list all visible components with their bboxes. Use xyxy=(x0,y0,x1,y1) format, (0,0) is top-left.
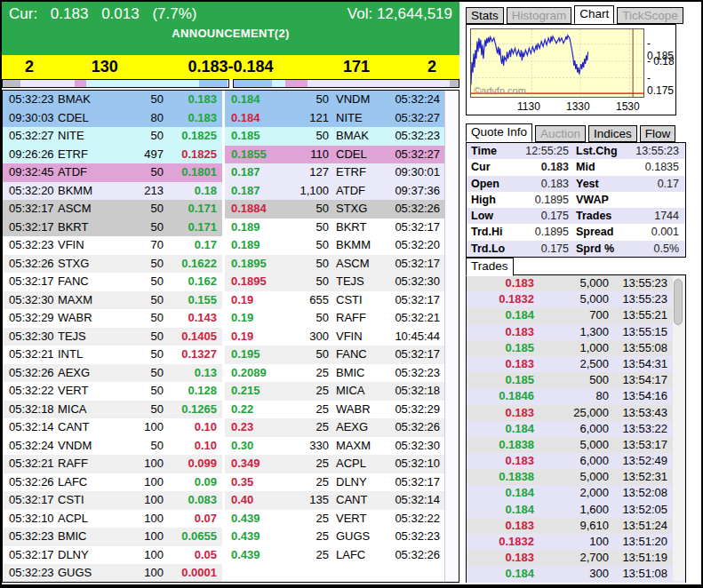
ask-row[interactable]: 0.1950RAFF05:32:21 xyxy=(225,309,444,328)
ask-row[interactable]: 0.19300VFIN10:45:44 xyxy=(225,328,444,346)
bid-row[interactable]: 09:26:26ETRF4970.1825 xyxy=(3,146,222,164)
trade-row[interactable]: 0.18325,00013:53:43 xyxy=(467,405,685,421)
bid-row[interactable]: 05:32:23BMAK500.183 xyxy=(3,91,222,109)
depth-segment xyxy=(308,80,450,87)
bid-row[interactable]: 05:32:23GUGS1000.0001 xyxy=(3,564,222,582)
ask-row[interactable]: 0.2225WABR05:32:29 xyxy=(225,401,444,419)
bid-mm-id: CSTI xyxy=(58,491,113,510)
bid-row[interactable]: 05:32:27NITE500.1825 xyxy=(3,127,222,146)
price-change-pct: (7.7%) xyxy=(152,5,196,22)
bid-row[interactable]: 05:32:17BKRT500.171 xyxy=(3,219,222,237)
tab-flow[interactable]: Flow xyxy=(640,125,676,142)
ask-row[interactable]: 0.184121NITE05:32:27 xyxy=(225,109,444,128)
ask-row[interactable]: 0.3525DLNY05:32:17 xyxy=(225,473,444,492)
trade-row[interactable]: 0.1851,00013:55:08 xyxy=(467,340,685,356)
book-scrollbar[interactable] xyxy=(444,91,458,582)
trades-scrollbar-thumb[interactable] xyxy=(674,279,683,325)
ask-row[interactable]: 0.43925VERT05:32:22 xyxy=(225,510,444,528)
trade-row[interactable]: 0.18550013:54:17 xyxy=(467,372,685,388)
ask-row[interactable]: 0.18550BMAK05:32:23 xyxy=(225,127,444,146)
bid-row[interactable]: 05:32:30MAXM500.155 xyxy=(3,291,222,310)
trade-row[interactable]: 0.18325,00013:55:23 xyxy=(467,291,685,307)
ask-row[interactable]: 0.18950BKMM05:32:20 xyxy=(225,236,444,255)
trade-size: 6,000 xyxy=(534,421,609,437)
quote-value xyxy=(631,192,681,208)
bid-mm-id: NITE xyxy=(58,127,113,146)
ask-row[interactable]: 0.19655CSTI05:32:17 xyxy=(225,291,444,310)
trade-row[interactable]: 0.18470013:55:21 xyxy=(467,307,685,323)
ask-row[interactable]: 0.189550TEJS05:32:30 xyxy=(225,273,444,291)
ask-row[interactable]: 0.18450VNDM05:32:24 xyxy=(225,91,444,109)
bid-size: 50 xyxy=(113,273,164,291)
bid-row[interactable]: 05:32:20BKMM2130.18 xyxy=(3,182,222,201)
ask-time: 05:32:10 xyxy=(382,455,444,473)
ask-row[interactable]: 0.40135CANT05:32:14 xyxy=(225,491,444,510)
ask-row[interactable]: 0.30330MAXM05:32:30 xyxy=(225,437,444,456)
ask-row[interactable]: 0.1871,100ATDF09:37:36 xyxy=(225,182,444,201)
ask-row[interactable]: 0.43925LAFC05:32:26 xyxy=(225,546,444,565)
ask-row[interactable]: 0.21525MICA05:32:18 xyxy=(225,382,444,401)
ask-row[interactable]: 0.34925ACPL05:32:10 xyxy=(225,455,444,473)
ask-row[interactable]: 0.43925GUGS05:32:23 xyxy=(225,528,444,546)
trade-row[interactable]: 0.1832,70013:51:19 xyxy=(467,550,685,566)
bid-row[interactable]: 05:32:18MICA500.1265 xyxy=(3,401,222,419)
bid-row[interactable]: 05:32:30TEJS500.1405 xyxy=(3,328,222,346)
ask-row[interactable]: 0.2325AEXG05:32:26 xyxy=(225,418,444,437)
ask-mm-id: NITE xyxy=(329,109,382,128)
ask-row[interactable]: 0.189550ASCM05:32:17 xyxy=(225,255,444,274)
ask-row[interactable]: 0.187127ETRF09:30:01 xyxy=(225,163,444,182)
trade-row[interactable]: 0.18468013:54:16 xyxy=(467,388,685,404)
trade-row[interactable]: 0.1842,00013:52:08 xyxy=(467,485,685,501)
tab-indices[interactable]: Indices xyxy=(588,125,637,142)
trade-row[interactable]: 0.1836,00013:52:49 xyxy=(467,453,685,469)
tab-stats[interactable]: Stats xyxy=(466,7,504,24)
bid-price: 0.083 xyxy=(164,491,222,510)
trade-time: 13:55:23 xyxy=(609,291,667,307)
ask-row[interactable]: 0.18950BKRT05:32:17 xyxy=(225,219,444,237)
bid-row[interactable]: 09:30:03CDEL800.183 xyxy=(3,109,222,128)
trade-row[interactable]: 0.1846,00013:53:22 xyxy=(467,421,685,437)
bid-row[interactable]: 05:32:17DLNY1000.05 xyxy=(3,546,222,565)
bid-row[interactable]: 05:32:22VERT500.128 xyxy=(3,382,222,401)
bid-row[interactable]: 05:32:10ACPL1000.07 xyxy=(3,510,222,528)
trade-row[interactable]: 0.1832,50013:54:31 xyxy=(467,356,685,372)
trades-scrollbar[interactable] xyxy=(673,276,684,581)
tab-chart[interactable]: Chart xyxy=(574,5,614,24)
trade-row[interactable]: 0.1839,61013:51:24 xyxy=(467,518,685,534)
bid-row[interactable]: 05:32:21INTL500.1327 xyxy=(3,346,222,364)
ask-price: 0.1895 xyxy=(225,273,282,291)
trade-size: 500 xyxy=(534,372,609,388)
trade-row[interactable]: 0.1835,00013:55:23 xyxy=(467,275,685,291)
bid-row[interactable]: 05:32:29WABR500.143 xyxy=(3,309,222,328)
trade-row[interactable]: 0.18385,00013:53:17 xyxy=(467,437,685,453)
trade-row[interactable]: 0.1831,30013:55:15 xyxy=(467,324,685,340)
ask-row[interactable]: 0.1855110CDEL05:32:27 xyxy=(225,146,444,164)
bid-row[interactable]: 05:32:23VFIN700.17 xyxy=(3,236,222,255)
bid-mm-id: FANC xyxy=(58,273,113,291)
bid-row[interactable]: 05:32:17FANC500.162 xyxy=(3,273,222,291)
tab-trades[interactable]: Trades xyxy=(466,258,514,276)
trade-row[interactable]: 0.18385,00013:52:31 xyxy=(467,469,685,485)
bid-row[interactable]: 05:32:23BMIC1000.0655 xyxy=(3,528,222,546)
tab-quote-info[interactable]: Quote Info xyxy=(466,123,532,142)
bid-row[interactable]: 05:32:21RAFF1000.099 xyxy=(3,455,222,473)
ask-time: 05:32:17 xyxy=(382,255,444,274)
bid-row[interactable]: 09:32:45ATDF500.1801 xyxy=(3,163,222,182)
ask-row[interactable]: 0.188450STXG05:32:26 xyxy=(225,200,444,219)
trade-row[interactable]: 0.183210013:51:20 xyxy=(467,534,685,550)
announcement-banner[interactable]: ANNOUNCEMENT(2) xyxy=(2,27,459,40)
bid-row[interactable]: 05:32:14CANT1000.10 xyxy=(3,418,222,437)
bid-row[interactable]: 05:32:17ASCM500.171 xyxy=(3,200,222,219)
ask-time: 05:32:23 xyxy=(382,127,444,146)
bid-row[interactable]: 05:32:26LAFC1000.09 xyxy=(3,473,222,492)
bid-row[interactable]: 05:32:17CSTI1000.083 xyxy=(3,491,222,510)
trade-row[interactable]: 0.1841,60013:52:05 xyxy=(467,502,685,518)
ask-row[interactable]: 0.208925BMIC05:32:23 xyxy=(225,364,444,383)
ask-mm-id: MAXM xyxy=(329,437,382,456)
trade-row[interactable]: 0.18430013:51:08 xyxy=(467,566,685,582)
bid-row[interactable]: 05:32:26STXG500.1622 xyxy=(3,255,222,274)
ask-row[interactable]: 0.19550FANC05:32:17 xyxy=(225,346,444,364)
trade-time: 13:51:24 xyxy=(609,518,667,534)
bid-row[interactable]: 05:32:26AEXG500.13 xyxy=(3,364,222,383)
bid-row[interactable]: 05:32:24VNDM500.10 xyxy=(3,437,222,456)
